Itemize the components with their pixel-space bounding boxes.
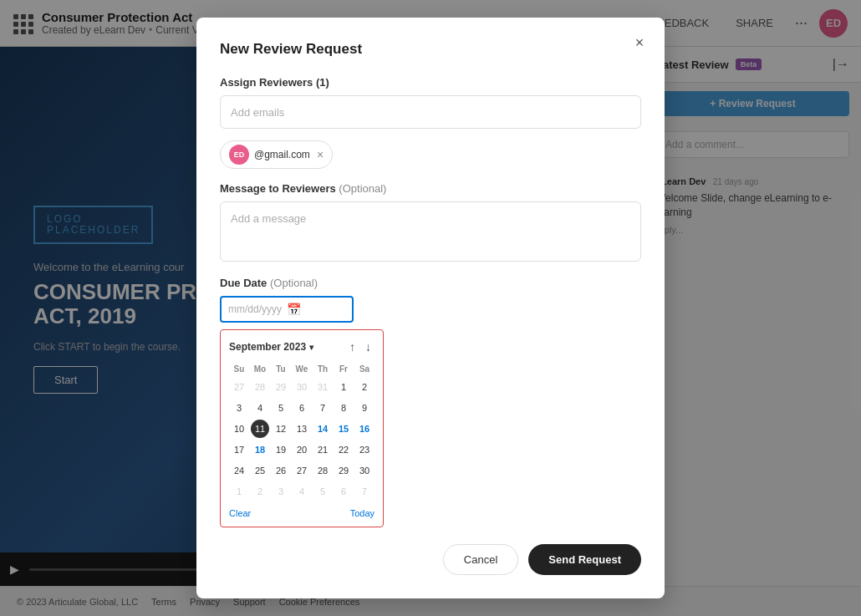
- add-emails-input[interactable]: Add emails: [220, 95, 641, 129]
- cal-day[interactable]: 20: [293, 440, 311, 459]
- cal-day[interactable]: 6: [334, 482, 353, 501]
- date-placeholder: mm/dd/yyyy: [228, 303, 282, 315]
- cal-day[interactable]: 7: [355, 482, 374, 501]
- cal-day[interactable]: 10: [230, 420, 248, 438]
- cal-day[interactable]: 2: [251, 482, 269, 501]
- dow-sa: Sa: [354, 362, 374, 376]
- cal-day[interactable]: 22: [334, 440, 353, 459]
- calendar-nav: ↑ ↓: [346, 339, 374, 355]
- due-date-label: Due Date (Optional): [220, 277, 641, 289]
- cancel-button[interactable]: Cancel: [443, 544, 518, 575]
- cal-day[interactable]: 4: [293, 482, 311, 501]
- assign-reviewers-label: Assign Reviewers (1): [220, 76, 641, 89]
- calendar-icon[interactable]: 📅: [287, 303, 301, 316]
- cal-day[interactable]: 18: [251, 440, 269, 459]
- cal-day[interactable]: 29: [334, 461, 353, 480]
- dow-th: Th: [313, 362, 333, 376]
- calendar-month[interactable]: September 2023 ▾: [229, 341, 313, 353]
- message-input[interactable]: Add a message: [220, 201, 641, 262]
- cal-day[interactable]: 23: [355, 440, 374, 459]
- cal-day[interactable]: 28: [313, 461, 332, 480]
- cal-day[interactable]: 1: [334, 378, 353, 396]
- reviewer-chips: ED @gmail.com ×: [220, 140, 641, 169]
- calendar-header: September 2023 ▾ ↑ ↓: [229, 339, 374, 355]
- calendar-clear-button[interactable]: Clear: [229, 508, 251, 518]
- reviewer-chip: ED @gmail.com ×: [220, 140, 333, 169]
- cal-day[interactable]: 5: [313, 482, 332, 501]
- dow-fr: Fr: [334, 362, 354, 376]
- email-placeholder: Add emails: [231, 106, 284, 119]
- calendar-today-button[interactable]: Today: [350, 508, 374, 518]
- cal-day-today[interactable]: 11: [251, 420, 269, 438]
- cal-day[interactable]: 5: [272, 399, 290, 417]
- cal-day[interactable]: 12: [272, 420, 290, 438]
- modal: New Review Request × Assign Reviewers (1…: [196, 18, 665, 598]
- due-date-section: Due Date (Optional) mm/dd/yyyy 📅 Septemb…: [220, 277, 641, 527]
- dow-su: Su: [229, 362, 249, 376]
- dow-mo: Mo: [250, 362, 270, 376]
- dow-tu: Tu: [271, 362, 291, 376]
- date-input-row: mm/dd/yyyy 📅: [220, 296, 641, 323]
- cal-day[interactable]: 24: [230, 461, 248, 480]
- message-placeholder: Add a message: [231, 212, 306, 225]
- calendar-footer: Clear Today: [229, 508, 374, 518]
- cal-day[interactable]: 30: [293, 378, 311, 396]
- calendar: September 2023 ▾ ↑ ↓ Su Mo Tu We Th Fr: [220, 329, 384, 527]
- cal-day[interactable]: 29: [272, 378, 290, 396]
- cal-day[interactable]: 7: [313, 399, 332, 417]
- modal-overlay[interactable]: New Review Request × Assign Reviewers (1…: [0, 0, 861, 616]
- modal-title: New Review Request: [220, 41, 641, 58]
- send-request-button[interactable]: Send Request: [528, 544, 641, 575]
- cal-day[interactable]: 30: [355, 461, 374, 480]
- cal-day[interactable]: 16: [355, 420, 374, 438]
- reviewer-email: @gmail.com: [254, 149, 310, 160]
- cal-day[interactable]: 31: [313, 378, 332, 396]
- cal-day[interactable]: 17: [230, 440, 248, 459]
- cal-day[interactable]: 19: [272, 440, 290, 459]
- calendar-grid: Su Mo Tu We Th Fr Sa 27 28 29 30 31 1 2: [229, 362, 374, 501]
- cal-day[interactable]: 2: [355, 378, 374, 396]
- reviewer-avatar: ED: [229, 145, 249, 165]
- cal-day[interactable]: 27: [293, 461, 311, 480]
- cal-day[interactable]: 25: [251, 461, 269, 480]
- date-input[interactable]: mm/dd/yyyy 📅: [220, 296, 354, 323]
- calendar-next-button[interactable]: ↓: [362, 339, 374, 355]
- cal-day[interactable]: 13: [293, 420, 311, 438]
- cal-day[interactable]: 4: [251, 399, 269, 417]
- reviewer-remove-button[interactable]: ×: [317, 148, 324, 161]
- cal-day[interactable]: 28: [251, 378, 269, 396]
- dow-we: We: [292, 362, 312, 376]
- cal-day[interactable]: 9: [355, 399, 374, 417]
- cal-day[interactable]: 15: [334, 420, 353, 438]
- modal-close-button[interactable]: ×: [628, 31, 651, 54]
- calendar-prev-button[interactable]: ↑: [346, 339, 359, 355]
- cal-day[interactable]: 6: [293, 399, 311, 417]
- modal-actions: Cancel Send Request: [220, 544, 641, 575]
- cal-day[interactable]: 1: [230, 482, 248, 501]
- cal-day[interactable]: 3: [230, 399, 248, 417]
- cal-day[interactable]: 8: [334, 399, 353, 417]
- cal-day[interactable]: 3: [272, 482, 290, 501]
- cal-day[interactable]: 26: [272, 461, 290, 480]
- cal-day[interactable]: 14: [313, 420, 332, 438]
- message-label: Message to Reviewers (Optional): [220, 182, 641, 195]
- cal-day[interactable]: 27: [230, 378, 248, 396]
- cal-day[interactable]: 21: [313, 440, 332, 459]
